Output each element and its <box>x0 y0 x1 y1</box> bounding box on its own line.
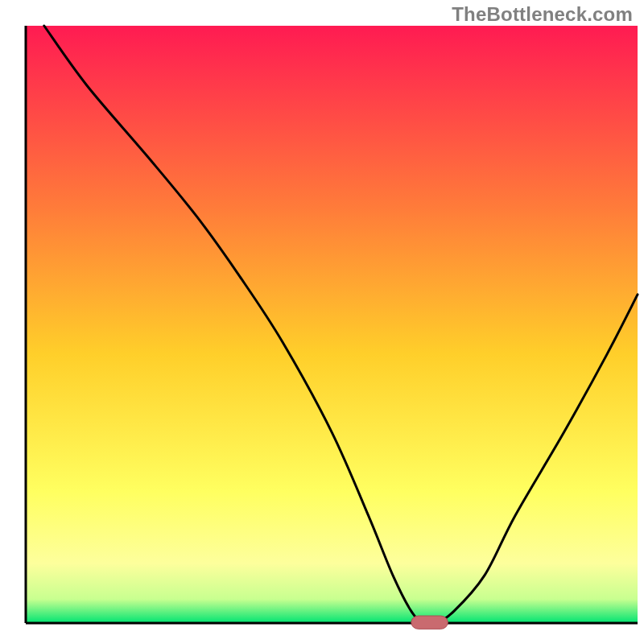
plot-background <box>26 26 638 623</box>
bottleneck-chart <box>0 0 644 644</box>
chart-container: TheBottleneck.com <box>0 0 644 644</box>
optimal-marker <box>411 616 448 629</box>
watermark-text: TheBottleneck.com <box>452 3 633 26</box>
